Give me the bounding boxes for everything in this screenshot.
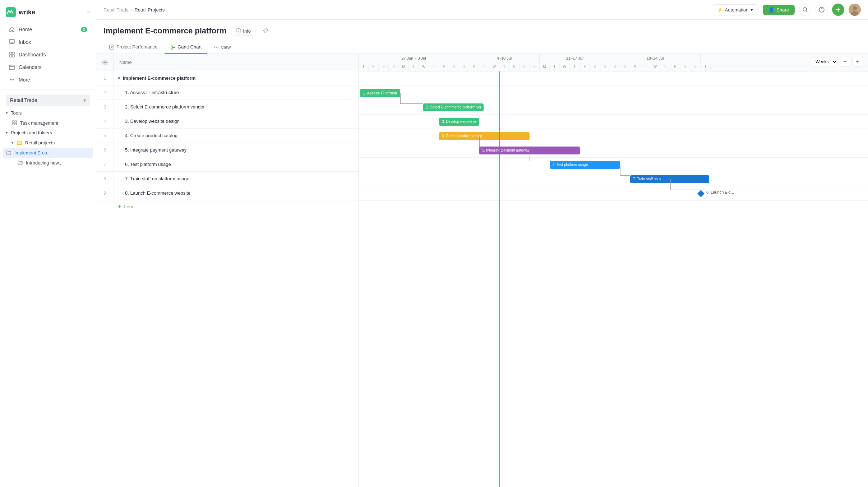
gantt-bar-label: 5. Integrate payment gateway <box>482 148 530 152</box>
user-avatar[interactable] <box>849 4 861 16</box>
day-cell: T <box>660 62 670 71</box>
topbar: Retail Trade › Retail Projects ⚡ Automat… <box>96 0 868 20</box>
zoom-controls: Weeks − + <box>811 57 862 67</box>
sidebar-item-implement-ecomm[interactable]: Implement E-co... <box>3 148 93 158</box>
info-button[interactable]: i Info <box>231 27 256 36</box>
svg-rect-23 <box>171 46 173 47</box>
task-name-text: Implement E-commerce platform <box>123 75 195 81</box>
gantt-settings-icon[interactable] <box>96 54 114 71</box>
projects-section: ▾ Projects and folders ▾ Retail projects… <box>0 128 96 168</box>
zoom-out-button[interactable]: − <box>840 57 850 67</box>
nav-home[interactable]: Home 2 <box>3 23 93 36</box>
gantt-bar-label: 2. Select E-commerce platform vendor <box>426 105 481 109</box>
sidebar-item-retail-projects[interactable]: ▾ Retail projects <box>0 138 96 148</box>
day-labels-row: T F S S M T W T F S S M T W T F <box>359 62 868 71</box>
workspace-selector[interactable]: Retail Trade ▾ <box>6 94 90 106</box>
day-cell: T <box>409 62 419 71</box>
add-item-row[interactable]: + Item <box>96 200 358 213</box>
task-name-text: 6. Test platform usage <box>125 162 171 167</box>
add-button[interactable] <box>832 4 844 16</box>
connector-line <box>400 103 423 104</box>
logo-area: wrike ≡ <box>0 4 96 23</box>
week-label-4: 18–24 Jul <box>610 54 701 62</box>
pin-button[interactable] <box>260 25 271 36</box>
gantt-bar-select-vendor[interactable]: 2. Select E-commerce platform vendor <box>423 103 484 111</box>
zoom-select[interactable]: Weeks <box>811 57 838 66</box>
add-item-plus-icon: + <box>118 203 121 210</box>
row-task-name: 6. Test platform usage <box>114 162 358 167</box>
share-button[interactable]: 👤 Share <box>763 5 795 15</box>
gantt-bar-train-staff[interactable]: 7. Train staff on p... <box>630 175 709 183</box>
nav-calendars-label: Calendars <box>19 64 42 70</box>
gantt-bar-product-catalog[interactable]: 4. Create product catalog <box>439 132 530 140</box>
projects-group[interactable]: ▾ Projects and folders <box>0 128 96 138</box>
nav-calendars[interactable]: Calendars <box>3 61 93 73</box>
connector-line <box>530 161 550 161</box>
table-row: 2 1. Assess IT infrastructure <box>96 85 358 100</box>
gantt-bar-develop-website[interactable]: 3. Develop website design <box>439 118 479 126</box>
day-cell: I <box>701 62 711 71</box>
svg-rect-5 <box>12 55 14 57</box>
tab-view-label: View <box>221 45 231 50</box>
gantt-bar-assess-it[interactable]: 1. Assess IT infrastructure <box>360 89 400 97</box>
help-button[interactable]: ? <box>816 4 828 16</box>
day-cell: S <box>379 62 389 71</box>
table-row: 7 6. Test platform usage <box>96 157 358 172</box>
breadcrumb-sep: › <box>131 7 132 13</box>
svg-rect-13 <box>15 123 17 125</box>
breadcrumb-item-1[interactable]: Retail Trade <box>103 7 129 13</box>
share-icon: 👤 <box>768 7 774 13</box>
tab-gantt-chart[interactable]: Gantt Chart <box>165 41 207 54</box>
row-number: 5 <box>96 129 114 143</box>
day-cell: F <box>580 62 590 71</box>
breadcrumb-item-2[interactable]: Retail Projects <box>134 7 165 13</box>
zoom-in-button[interactable]: + <box>852 57 862 67</box>
connector-line <box>670 190 701 190</box>
sidebar-item-task-management[interactable]: Task management <box>0 118 96 128</box>
gantt-timeline-row: 6. Test platform usage <box>359 158 868 172</box>
row-number: 1 <box>96 71 114 85</box>
day-cell: T <box>640 62 650 71</box>
row-number: 6 <box>96 143 114 157</box>
svg-rect-3 <box>12 52 14 54</box>
svg-point-26 <box>216 47 217 48</box>
search-button[interactable] <box>799 4 811 16</box>
table-row: 6 5. Integrate payment gateway <box>96 143 358 157</box>
day-cell: S <box>389 62 399 71</box>
sidebar-item-introducing-new[interactable]: Introducing new... <box>0 158 96 168</box>
svg-point-27 <box>214 47 215 48</box>
sidebar-collapse-icon[interactable]: ≡ <box>87 9 90 15</box>
svg-rect-11 <box>15 121 17 122</box>
info-label: Info <box>243 28 251 34</box>
automation-button[interactable]: ⚡ Automation ▾ <box>712 4 759 15</box>
day-cell: S <box>680 62 691 71</box>
gantt-header: Name <box>96 54 358 71</box>
row-number: 3 <box>96 100 114 114</box>
page-header: Implement E-commerce platform i Info <box>96 20 868 41</box>
day-cell: T <box>550 62 560 71</box>
tools-section: ▾ Tools Task management <box>0 108 96 128</box>
svg-rect-4 <box>9 55 11 57</box>
svg-text:i: i <box>238 29 239 33</box>
tab-project-performance[interactable]: Project Perfomance <box>103 41 163 54</box>
implement-ecomm-label: Implement E-co... <box>14 150 51 156</box>
breadcrumb: Retail Trade › Retail Projects <box>103 7 165 13</box>
connector-line <box>530 150 530 161</box>
tab-view[interactable]: View <box>209 41 236 54</box>
table-row: 5 4. Create product catalog <box>96 129 358 143</box>
more-icon <box>9 76 15 83</box>
nav-inbox[interactable]: Inbox <box>3 36 93 48</box>
tools-group[interactable]: ▾ Tools <box>0 108 96 118</box>
gantt-timeline-row: 4. Create product catalog <box>359 129 868 143</box>
collapse-icon[interactable]: ▾ <box>118 76 120 81</box>
nav-more[interactable]: More <box>3 74 93 86</box>
task-name-text: 1. Assess IT infrastructure <box>125 90 179 95</box>
sidebar: wrike ≡ Home 2 Inbox Dashboards <box>0 0 96 487</box>
day-cell: T <box>499 62 509 71</box>
day-cell: M <box>630 62 640 71</box>
nav-dashboards[interactable]: Dashboards <box>3 48 93 61</box>
workspace-chevron-icon: ▾ <box>83 97 86 103</box>
gantt-bar-test-platform[interactable]: 6. Test platform usage <box>550 161 620 169</box>
day-cell: S <box>691 62 701 71</box>
row-task-name: 8. Launch E-commerce website <box>114 190 358 196</box>
